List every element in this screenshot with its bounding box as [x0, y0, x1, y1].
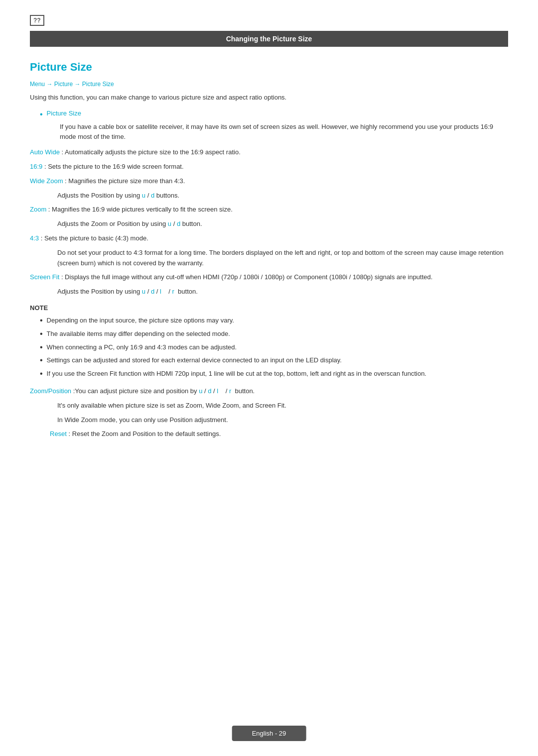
bullet-dot: •: [40, 109, 43, 119]
section-header-title: Changing the Picture Size: [226, 35, 312, 43]
sub-wide-zoom: Adjusts the Position by using u / d butt…: [57, 191, 508, 201]
logo-area: ??: [30, 15, 508, 26]
text-reset: : Reset the Zoom and Position to the def…: [69, 430, 221, 437]
sub-zoom: Adjusts the Zoom or Position by using u …: [57, 219, 508, 229]
item-auto-wide: Auto Wide : Automatically adjusts the pi…: [30, 147, 508, 158]
note-bullet-4: • Settings can be adjusted and stored fo…: [40, 355, 508, 366]
link-4-3[interactable]: 4:3: [30, 234, 39, 242]
text-auto-wide: : Automatically adjusts the picture size…: [62, 148, 241, 156]
note-bullet-text-4: Settings can be adjusted and stored for …: [47, 355, 342, 366]
text-screen-fit: : Displays the full image without any cu…: [61, 273, 433, 281]
sub-screen-fit: Adjusts the Position by using u / d / l …: [57, 287, 508, 297]
text-4-3: : Sets the picture to basic (4:3) mode.: [41, 234, 148, 242]
page-footer: English - 29: [232, 726, 306, 741]
note-bullet-text-2: The available items may differ depending…: [47, 329, 230, 339]
item-wide-zoom: Wide Zoom : Magnifies the picture size m…: [30, 176, 508, 187]
logo-box: ??: [30, 15, 44, 26]
footer-text: English - 29: [252, 730, 286, 737]
sub-zoom-position-2: In Wide Zoom mode, you can only use Posi…: [57, 415, 508, 426]
note-bullet-dot-1: •: [40, 316, 43, 325]
bullet-section: • Picture Size If you have a cable box o…: [40, 109, 508, 143]
item-screen-fit: Screen Fit : Displays the full image wit…: [30, 272, 508, 283]
note-bullet-2: • The available items may differ dependi…: [40, 329, 508, 339]
picture-size-description: If you have a cable box or satellite rec…: [60, 122, 508, 143]
note-bullet-5: • If you use the Screen Fit function wit…: [40, 369, 508, 379]
intro-text: Using this function, you can make change…: [30, 93, 508, 103]
text-zoom: : Magnifies the 16:9 wide pictures verti…: [48, 206, 233, 213]
sub-zoom-position-text-2: In Wide Zoom mode, you can only use Posi…: [57, 415, 508, 426]
link-reset[interactable]: Reset: [50, 430, 67, 437]
item-reset: Reset : Reset the Zoom and Position to t…: [50, 429, 508, 439]
link-wide-zoom[interactable]: Wide Zoom: [30, 177, 63, 185]
note-bullet-text-1: Depending on the input source, the pictu…: [47, 316, 234, 326]
note-bullet-dot-3: •: [40, 342, 43, 352]
sub-zoom-position-text-1: It's only available when picture size is…: [57, 401, 508, 411]
note-bullet-dot-2: •: [40, 329, 43, 338]
link-auto-wide[interactable]: Auto Wide: [30, 148, 60, 156]
sub-screen-fit-text: Adjusts the Position by using u / d / l …: [57, 287, 508, 297]
note-bullet-text-3: When connecting a PC, only 16:9 and 4:3 …: [47, 342, 237, 353]
breadcrumb-picture[interactable]: Picture: [54, 81, 73, 88]
sub-wide-zoom-text: Adjusts the Position by using u / d butt…: [57, 191, 508, 201]
breadcrumb-arrow1: →: [46, 81, 54, 88]
text-16-9: : Sets the picture to the 16:9 wide scre…: [44, 163, 184, 170]
item-4-3: 4:3 : Sets the picture to basic (4:3) mo…: [30, 233, 508, 244]
note-bullet-dot-4: •: [40, 355, 43, 365]
item-zoom: Zoom : Magnifies the 16:9 wide pictures …: [30, 205, 508, 215]
bullet-point-picture-size: • Picture Size: [40, 109, 508, 119]
indented-description: If you have a cable box or satellite rec…: [60, 122, 508, 143]
note-bullet-3: • When connecting a PC, only 16:9 and 4:…: [40, 342, 508, 353]
link-zoom[interactable]: Zoom: [30, 206, 46, 213]
text-wide-zoom: : Magnifies the picture size more than 4…: [65, 177, 185, 185]
sub-zoom-text: Adjusts the Zoom or Position by using u …: [57, 219, 508, 229]
breadcrumb-arrow2: →: [74, 81, 82, 88]
bullet-link-picture-size[interactable]: Picture Size: [47, 109, 81, 117]
breadcrumb-menu[interactable]: Menu: [30, 81, 45, 88]
link-16-9[interactable]: 16:9: [30, 163, 42, 170]
section-header: Changing the Picture Size: [30, 31, 508, 47]
link-screen-fit[interactable]: Screen Fit: [30, 273, 59, 281]
breadcrumb: Menu → Picture → Picture Size: [30, 81, 508, 88]
zoom-position-row: Zoom/Position :You can adjust picture si…: [30, 386, 508, 397]
note-bullets: • Depending on the input source, the pic…: [40, 316, 508, 379]
note-bullet-text-5: If you use the Screen Fit function with …: [47, 369, 426, 379]
note-bullet-1: • Depending on the input source, the pic…: [40, 316, 508, 326]
logo-text: ??: [33, 17, 41, 24]
note-section: NOTE • Depending on the input source, th…: [30, 304, 508, 379]
text-zoom-position: :You can adjust picture size and positio…: [73, 387, 255, 395]
sub-4-3-text: Do not set your product to 4:3 format fo…: [57, 248, 508, 269]
link-zoom-position[interactable]: Zoom/Position: [30, 387, 71, 395]
breadcrumb-picture-size[interactable]: Picture Size: [82, 81, 114, 88]
note-title: NOTE: [30, 304, 508, 312]
sub-4-3: Do not set your product to 4:3 format fo…: [57, 248, 508, 269]
main-title: Picture Size: [30, 61, 508, 74]
item-16-9: 16:9 : Sets the picture to the 16:9 wide…: [30, 162, 508, 172]
sub-zoom-position-1: It's only available when picture size is…: [57, 401, 508, 411]
note-bullet-dot-5: •: [40, 369, 43, 378]
